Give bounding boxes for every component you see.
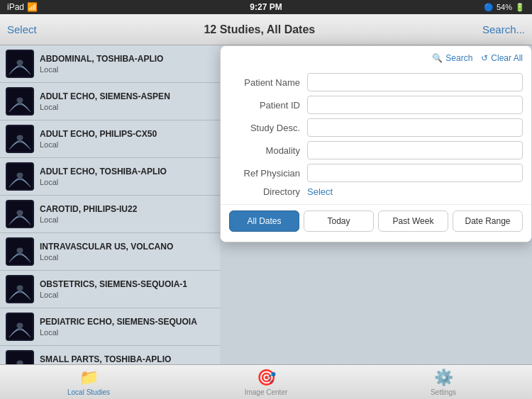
modality-row: Modality <box>229 141 523 159</box>
study-subtitle: Local <box>40 103 214 111</box>
svg-point-3 <box>17 98 23 103</box>
study-info: ADULT ECHO, SIEMENS-ASPENLocal <box>40 91 214 111</box>
svg-point-13 <box>17 286 23 291</box>
study-title: ADULT ECHO, PHILIPS-CX50 <box>40 129 214 139</box>
ref-physician-row: Ref Physician <box>229 164 523 182</box>
search-button[interactable]: 🔍 Search <box>432 53 472 63</box>
study-info: INTRAVASCULAR US, VOLCANOLocal <box>40 242 214 262</box>
battery-icon: 🔋 <box>515 3 525 12</box>
study-title: SMALL PARTS, TOSHIBA-APLIO <box>40 354 214 364</box>
search-overlay: 🔍 Search ↺ Clear All Patient Name Patien… <box>220 45 532 242</box>
study-info: ADULT ECHO, PHILIPS-CX50Local <box>40 129 214 149</box>
date-filter-button-past-week[interactable]: Past Week <box>378 210 448 232</box>
study-list-item[interactable]: PEDIATRIC ECHO, SIEMENS-SEQUOIALocal <box>0 308 220 346</box>
wifi-icon: 📶 <box>27 2 38 12</box>
study-title: CAROTID, PHILIPS-IU22 <box>40 204 214 214</box>
study-list-item[interactable]: ADULT ECHO, SIEMENS-ASPENLocal <box>0 83 220 120</box>
patient-id-input[interactable] <box>307 96 523 114</box>
tab-label-0: Local Studies <box>67 388 110 396</box>
studies-list: ABDOMINAL, TOSHIBA-APLIOLocalADULT ECHO,… <box>0 45 220 364</box>
svg-point-15 <box>17 323 23 328</box>
main-content: ABDOMINAL, TOSHIBA-APLIOLocalADULT ECHO,… <box>0 45 532 364</box>
svg-point-9 <box>17 210 23 215</box>
study-info: ABDOMINAL, TOSHIBA-APLIOLocal <box>40 54 214 74</box>
patient-name-input[interactable] <box>307 73 523 91</box>
study-thumbnail <box>6 313 34 341</box>
clear-icon: ↺ <box>481 53 488 63</box>
study-list-item[interactable]: ADULT ECHO, PHILIPS-CX50Local <box>0 120 220 158</box>
bluetooth-icon: 🔵 <box>484 3 494 12</box>
study-thumbnail <box>6 162 34 191</box>
study-info: ADULT ECHO, TOSHIBA-APLIOLocal <box>40 167 214 186</box>
date-filter-button-today[interactable]: Today <box>304 210 374 232</box>
select-button[interactable]: Select <box>7 23 37 35</box>
study-subtitle: Local <box>40 178 214 186</box>
tab-icon-0: 📁 <box>79 369 99 387</box>
study-title: ABDOMINAL, TOSHIBA-APLIO <box>40 54 214 64</box>
nav-bar: Select 12 Studies, All Dates Search... <box>0 14 532 45</box>
study-subtitle: Local <box>40 253 214 262</box>
study-subtitle: Local <box>40 291 214 299</box>
study-info: PEDIATRIC ECHO, SIEMENS-SEQUOIALocal <box>40 317 214 337</box>
ref-physician-input[interactable] <box>307 164 523 182</box>
search-actions: 🔍 Search ↺ Clear All <box>221 53 531 67</box>
battery-label: 54% <box>497 3 512 11</box>
tab-bar: 📁Local Studies🎯Image Center⚙️Settings <box>0 364 532 399</box>
tab-item-image-center[interactable]: 🎯Image Center <box>177 369 355 396</box>
svg-point-11 <box>17 248 23 253</box>
study-title: OBSTETRICS, SIEMENS-SEQUOIA-1 <box>40 279 214 289</box>
study-desc-label: Study Desc. <box>229 123 307 133</box>
study-subtitle: Local <box>40 65 214 74</box>
clear-all-label: Clear All <box>491 53 523 63</box>
study-list-item[interactable]: SMALL PARTS, TOSHIBA-APLIOLocal <box>0 346 220 364</box>
study-list-item[interactable]: OBSTETRICS, SIEMENS-SEQUOIA-1Local <box>0 271 220 308</box>
study-thumbnail <box>6 125 34 153</box>
directory-row: Directory Select <box>229 186 523 197</box>
study-info: CAROTID, PHILIPS-IU22Local <box>40 204 214 224</box>
date-filter-button-all-dates[interactable]: All Dates <box>229 210 299 232</box>
modality-input[interactable] <box>307 141 523 159</box>
study-thumbnail <box>6 87 34 116</box>
patient-name-row: Patient Name <box>229 73 523 91</box>
clear-all-button[interactable]: ↺ Clear All <box>481 53 523 63</box>
study-subtitle: Local <box>40 328 214 337</box>
study-thumbnail <box>6 237 34 266</box>
study-desc-row: Study Desc. <box>229 118 523 137</box>
study-subtitle: Local <box>40 215 214 224</box>
tab-icon-2: ⚙️ <box>434 369 453 387</box>
study-list-item[interactable]: ADULT ECHO, TOSHIBA-APLIOLocal <box>0 158 220 196</box>
study-title: ADULT ECHO, SIEMENS-ASPEN <box>40 91 214 101</box>
date-filter-button-date-range[interactable]: Date Range <box>453 210 523 232</box>
tab-label-1: Image Center <box>245 388 288 396</box>
study-thumbnail <box>6 350 34 364</box>
search-form: Patient Name Patient ID Study Desc. Moda… <box>221 70 531 204</box>
tab-item-settings[interactable]: ⚙️Settings <box>355 369 532 396</box>
ipad-label: iPad <box>7 2 24 12</box>
study-subtitle: Local <box>40 140 214 149</box>
patient-name-label: Patient Name <box>229 77 307 88</box>
tab-label-2: Settings <box>431 388 456 396</box>
directory-select-button[interactable]: Select <box>307 186 523 197</box>
study-list-item[interactable]: CAROTID, PHILIPS-IU22Local <box>0 196 220 233</box>
status-time: 9:27 PM <box>250 2 282 12</box>
modality-label: Modality <box>229 145 307 156</box>
study-title: PEDIATRIC ECHO, SIEMENS-SEQUOIA <box>40 317 214 327</box>
study-thumbnail <box>6 50 34 78</box>
study-thumbnail <box>6 275 34 303</box>
tab-icon-1: 🎯 <box>257 369 276 387</box>
svg-point-1 <box>17 60 23 65</box>
patient-id-row: Patient ID <box>229 96 523 114</box>
search-button-label: Search <box>445 53 472 63</box>
status-left: iPad 📶 <box>7 2 38 12</box>
search-nav-button[interactable]: Search... <box>482 23 525 35</box>
ref-physician-label: Ref Physician <box>229 168 307 179</box>
study-list-item[interactable]: INTRAVASCULAR US, VOLCANOLocal <box>0 233 220 271</box>
tab-item-local-studies[interactable]: 📁Local Studies <box>0 369 177 396</box>
study-list-item[interactable]: ABDOMINAL, TOSHIBA-APLIOLocal <box>0 45 220 83</box>
nav-title: 12 Studies, All Dates <box>204 23 315 36</box>
svg-point-7 <box>17 173 23 178</box>
study-info: SMALL PARTS, TOSHIBA-APLIOLocal <box>40 354 214 364</box>
study-desc-input[interactable] <box>307 118 523 137</box>
study-thumbnail <box>6 200 34 228</box>
patient-id-label: Patient ID <box>229 100 307 111</box>
